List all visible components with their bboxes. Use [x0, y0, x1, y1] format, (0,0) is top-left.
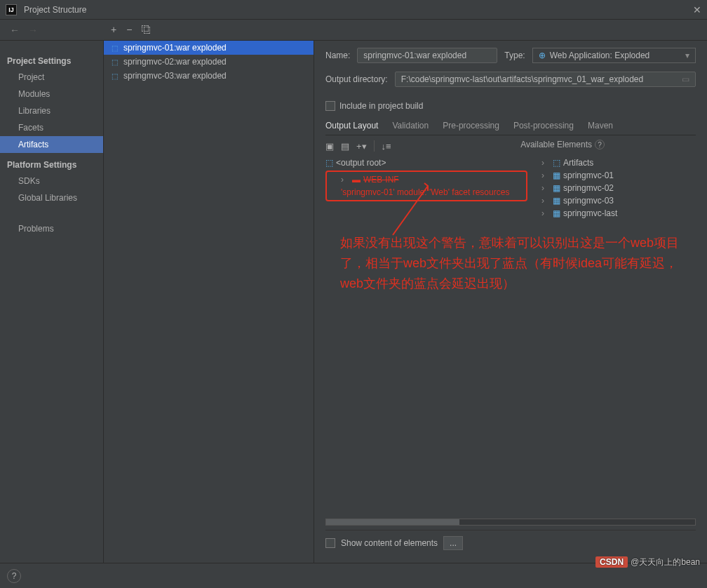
project-settings-heading: Project Settings — [0, 53, 103, 69]
window-title: Project Structure — [24, 5, 86, 15]
platform-settings-heading: Platform Settings — [0, 157, 103, 173]
chevron-down-icon: ▾ — [685, 51, 689, 60]
chevron-right-icon: › — [541, 183, 550, 193]
artifact-list-toolbar: + − ⿻ — [111, 24, 152, 35]
output-dir-label: Output directory: — [325, 74, 388, 84]
tree-root[interactable]: ⬚ <output root> — [325, 156, 527, 169]
include-checkbox-row[interactable]: Include in project build — [325, 101, 696, 111]
include-checkbox[interactable] — [325, 101, 335, 111]
artifact-icon — [109, 57, 119, 67]
show-content-row: Show content of elements ... — [325, 530, 696, 556]
available-elements-label: Available Elements — [520, 140, 592, 149]
sidebar-item-sdks[interactable]: SDKs — [0, 173, 103, 189]
scrollbar-thumb[interactable] — [326, 519, 459, 525]
tab-post-processing[interactable]: Post-processing — [513, 121, 574, 131]
chevron-right-icon: › — [541, 171, 550, 180]
tab-maven[interactable]: Maven — [588, 121, 613, 131]
avail-module[interactable]: › ▦ springmvc-01 — [541, 169, 696, 182]
close-icon[interactable]: ✕ — [693, 4, 701, 15]
chevron-right-icon: › — [541, 158, 550, 168]
module-icon: ▦ — [553, 171, 560, 180]
browse-folder-icon[interactable]: ▭ — [682, 74, 689, 84]
nav-bar: ← → — [0, 20, 707, 41]
copy-button[interactable]: ⿻ — [142, 24, 152, 35]
artifact-item[interactable]: springmvc-01:war exploded — [104, 41, 314, 55]
artifact-icon — [109, 43, 119, 53]
tab-pre-processing[interactable]: Pre-processing — [443, 121, 499, 131]
tabs: Output Layout Validation Pre-processing … — [325, 121, 696, 135]
avail-module[interactable]: › ▦ springmvc-02 — [541, 182, 696, 194]
details-panel: Name: springmvc-01:war exploded Type: ⊕ … — [314, 41, 707, 563]
tree-webinf[interactable]: › ▬ WEB-INF — [330, 173, 523, 186]
warning-highlight-box: › ▬ WEB-INF 'springmvc-01' module: 'Web'… — [325, 171, 527, 201]
name-label: Name: — [325, 51, 350, 60]
tree-root-label: <output root> — [336, 158, 386, 168]
warning-text: 'springmvc-01' module: 'Web' facet resou… — [341, 187, 509, 197]
sidebar-item-libraries[interactable]: Libraries — [0, 102, 103, 119]
avail-module-label: springmvc-last — [563, 208, 617, 218]
name-input[interactable]: springmvc-01:war exploded — [357, 48, 497, 63]
footer: ? — [0, 563, 707, 588]
avail-module-label: springmvc-01 — [563, 171, 614, 180]
output-tree: ⬚ <output root> › ▬ WEB-INF 'springmvc-0… — [325, 156, 527, 519]
artifact-item[interactable]: springmvc-03:war exploded — [104, 69, 314, 83]
horizontal-scrollbar[interactable] — [325, 519, 696, 526]
forward-arrow-icon[interactable]: → — [24, 25, 42, 36]
available-elements-tree: › ⬚ Artifacts › ▦ springmvc-01 › ▦ sprin… — [541, 156, 696, 519]
tab-validation[interactable]: Validation — [392, 121, 429, 131]
new-folder-icon[interactable]: ▣ — [325, 141, 334, 152]
avail-module[interactable]: › ▦ springmvc-last — [541, 207, 696, 220]
type-value: Web Application: Exploded — [550, 51, 650, 60]
include-label: Include in project build — [339, 101, 423, 111]
sidebar-item-artifacts[interactable]: Artifacts — [0, 136, 103, 153]
sidebar-item-global-libraries[interactable]: Global Libraries — [0, 189, 103, 206]
avail-module-label: springmvc-02 — [563, 183, 614, 193]
folder-icon: ▬ — [352, 175, 361, 185]
add-button[interactable]: + — [111, 24, 116, 35]
avail-module[interactable]: › ▦ springmvc-03 — [541, 194, 696, 207]
module-icon: ▦ — [553, 183, 560, 193]
artifact-icon — [109, 71, 119, 81]
artifact-icon: ⬚ — [553, 158, 560, 168]
back-arrow-icon[interactable]: ← — [6, 25, 24, 36]
module-icon: ▦ — [553, 208, 560, 218]
new-archive-icon[interactable]: ▤ — [341, 141, 349, 152]
titlebar: IJ Project Structure ✕ — [0, 0, 707, 20]
ellipsis-button[interactable]: ... — [443, 536, 463, 550]
output-dir-input[interactable]: F:\code\springmvc-last\out\artifacts\spr… — [395, 72, 696, 87]
artifact-list-panel: springmvc-01:war exploded springmvc-02:w… — [104, 41, 314, 563]
module-icon: ▦ — [553, 196, 560, 206]
artifact-root-icon: ⬚ — [325, 158, 333, 168]
help-small-icon[interactable]: ? — [595, 140, 605, 149]
sort-icon[interactable]: ↓≡ — [382, 141, 391, 152]
chevron-right-icon: › — [541, 208, 550, 218]
tree-webinf-label: WEB-INF — [363, 175, 399, 185]
show-content-label: Show content of elements — [341, 538, 438, 548]
sidebar-item-problems[interactable]: Problems — [0, 220, 103, 237]
sidebar-item-facets[interactable]: Facets — [0, 119, 103, 136]
chevron-right-icon: › — [341, 175, 349, 185]
remove-button[interactable]: − — [126, 24, 132, 35]
help-button[interactable]: ? — [7, 569, 21, 583]
avail-artifacts[interactable]: › ⬚ Artifacts — [541, 156, 696, 169]
artifact-item[interactable]: springmvc-02:war exploded — [104, 55, 314, 69]
left-sidebar: Project Settings Project Modules Librari… — [0, 41, 104, 563]
sidebar-item-modules[interactable]: Modules — [0, 86, 103, 102]
show-content-checkbox[interactable] — [325, 538, 335, 548]
globe-icon: ⊕ — [539, 51, 546, 60]
output-layout-toolbar: ▣ ▤ +▾ ↓≡ Available Elements ? — [325, 135, 696, 156]
chevron-right-icon: › — [541, 196, 550, 206]
add-copy-icon[interactable]: +▾ — [356, 141, 367, 152]
avail-module-label: springmvc-03 — [563, 196, 614, 206]
artifact-label: springmvc-01:war exploded — [123, 43, 227, 53]
type-label: Type: — [504, 51, 525, 60]
tab-output-layout[interactable]: Output Layout — [325, 121, 378, 131]
available-elements-header: Available Elements ? — [520, 140, 605, 149]
avail-artifacts-label: Artifacts — [563, 158, 593, 168]
tree-warning[interactable]: 'springmvc-01' module: 'Web' facet resou… — [330, 186, 523, 199]
type-dropdown[interactable]: ⊕ Web Application: Exploded ▾ — [532, 48, 696, 63]
artifact-label: springmvc-02:war exploded — [123, 57, 227, 67]
artifact-label: springmvc-03:war exploded — [123, 71, 227, 81]
output-dir-value: F:\code\springmvc-last\out\artifacts\spr… — [401, 74, 644, 84]
sidebar-item-project[interactable]: Project — [0, 69, 103, 86]
